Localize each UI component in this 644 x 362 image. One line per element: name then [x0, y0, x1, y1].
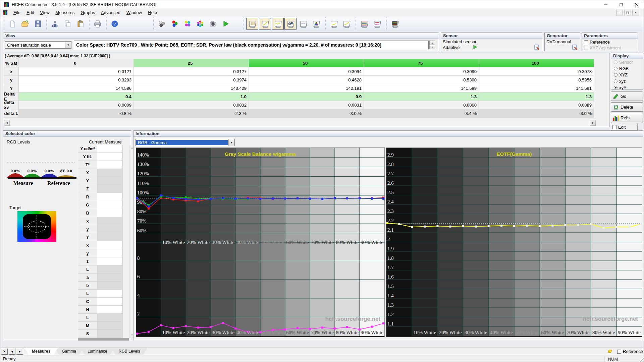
scale-selector[interactable]: Green saturation scale ▼: [5, 41, 71, 49]
measure-secondaries-button[interactable]: [181, 18, 194, 30]
svg-text:140%: 140%: [137, 152, 149, 158]
delete-icon: [612, 104, 619, 110]
help-button[interactable]: ?: [109, 18, 121, 30]
svg-text:0.0%: 0.0%: [44, 168, 54, 173]
minimize-button[interactable]: [598, 0, 613, 9]
measure-colorchecker-button[interactable]: [194, 18, 206, 30]
current-measure-label: B: [78, 209, 97, 217]
refs-button[interactable]: Refs: [611, 113, 643, 122]
current-measure-value: [97, 249, 123, 257]
mdi-restore-button[interactable]: [624, 10, 631, 15]
table-cell: -3.4 %: [364, 109, 479, 118]
chevron-down-icon[interactable]: ▼: [228, 139, 234, 146]
close-button[interactable]: [629, 0, 644, 9]
resize-grip[interactable]: [639, 357, 644, 362]
current-measure-row: H: [78, 306, 129, 314]
mdi-close-button[interactable]: ✕: [632, 10, 639, 15]
open-file-button[interactable]: [19, 18, 31, 30]
spinner-up-icon[interactable]: ▲: [429, 41, 435, 45]
table-cell: 0.0089: [479, 101, 594, 109]
measure-label: Measure: [5, 180, 41, 186]
svg-text:2.5: 2.5: [387, 190, 394, 195]
view-saturation-shift-button[interactable]: [371, 18, 383, 30]
current-measure-label: x: [78, 241, 97, 249]
menu-advanced[interactable]: Advanced: [98, 9, 123, 16]
scroll-left-icon[interactable]: ◀: [4, 120, 10, 126]
svg-text:2.6: 2.6: [387, 180, 394, 186]
menu-file[interactable]: File: [10, 9, 23, 16]
cut-button[interactable]: [49, 18, 61, 30]
measure-grayscale-button[interactable]: [156, 18, 168, 30]
menu-measures[interactable]: Measures: [52, 9, 77, 16]
print-button[interactable]: [92, 18, 104, 30]
tab-rgb-levels[interactable]: RGB Levels: [111, 348, 148, 355]
menu-view[interactable]: View: [37, 9, 52, 16]
display-mode-xyz[interactable]: xyz: [611, 78, 643, 84]
measure-info-field: Color Space: HDTV Rec709 , White Point: …: [74, 41, 429, 49]
tab-close-button[interactable]: ✕: [1, 348, 8, 355]
sensor-configure-icon[interactable]: [534, 44, 540, 51]
generator-configure-icon[interactable]: [572, 44, 578, 51]
current-measure-value: [97, 274, 123, 282]
display-mode-xyy[interactable]: xyY: [611, 84, 643, 91]
paste-button[interactable]: [74, 18, 87, 30]
new-file-button[interactable]: [6, 18, 18, 30]
radio-icon[interactable]: [614, 79, 618, 83]
radio-icon[interactable]: [614, 67, 618, 70]
view-luminance-button[interactable]: [272, 18, 284, 30]
save-file-button[interactable]: [32, 18, 44, 30]
view-gamma-button[interactable]: [259, 18, 271, 30]
delete-button[interactable]: Delete: [611, 102, 643, 112]
measure-count-spinner[interactable]: ▲ ▼: [429, 41, 435, 49]
current-measure-value: [97, 193, 123, 201]
measure-capture-button[interactable]: [207, 18, 219, 30]
menu-edit[interactable]: Edit: [23, 9, 37, 16]
view-rgb-levels-button[interactable]: [284, 18, 297, 30]
display-mode-rgb[interactable]: RGB: [611, 65, 643, 72]
sensor-run-icon[interactable]: [473, 45, 478, 50]
radio-icon[interactable]: [614, 73, 618, 77]
view-cie-diagram-button[interactable]: [310, 18, 322, 30]
svg-text:hcfr.sourceforge.net: hcfr.sourceforge.net: [325, 316, 381, 322]
tab-gamma[interactable]: Gamma: [54, 348, 84, 355]
svg-text:6: 6: [137, 274, 140, 279]
tab-luminance[interactable]: Luminance: [80, 348, 115, 355]
chevron-down-icon[interactable]: ▼: [65, 42, 71, 48]
bottom-reference-checkbox[interactable]: Reference: [617, 349, 643, 354]
view-line-chart-button[interactable]: [297, 18, 309, 30]
view-luminance-secondary-button[interactable]: [340, 18, 353, 30]
scroll-right-icon[interactable]: ▶: [590, 120, 596, 126]
menu-help[interactable]: Help: [145, 9, 160, 16]
tab-next-button[interactable]: ▸: [16, 348, 23, 355]
edit-checkbox[interactable]: Edit: [611, 124, 638, 130]
view-measures-button[interactable]: [246, 18, 258, 30]
svg-text:1.4: 1.4: [387, 293, 394, 298]
spinner-down-icon[interactable]: ▼: [429, 45, 435, 49]
view-free-measures-button[interactable]: [389, 18, 401, 30]
svg-text:1.1: 1.1: [387, 321, 394, 326]
measures-table-scrollbar[interactable]: ◀ ▶: [4, 120, 596, 126]
parameters-panel-title: Parameters: [582, 33, 638, 39]
table-cell: 0.3090: [364, 67, 479, 76]
view-history-button[interactable]: [358, 18, 370, 30]
measure-run-button[interactable]: [220, 18, 232, 30]
checkbox-icon[interactable]: [584, 40, 588, 44]
go-button[interactable]: Go: [611, 92, 643, 101]
display-mode-xyz[interactable]: XYZ: [611, 72, 643, 78]
svg-text:hcfr.sourceforge.net: hcfr.sourceforge.net: [583, 316, 638, 322]
menu-graphs[interactable]: Graphs: [77, 9, 98, 16]
tab-measures[interactable]: Measures: [24, 348, 58, 355]
maximize-button[interactable]: [613, 0, 629, 9]
menu-window[interactable]: Window: [123, 9, 145, 16]
tab-prev-button[interactable]: ◂: [9, 348, 15, 355]
measure-primaries-button[interactable]: [169, 18, 181, 30]
copy-button[interactable]: [62, 18, 74, 30]
view-gamma-secondary-button[interactable]: [328, 18, 340, 30]
current-measure-label: R: [78, 193, 97, 201]
checkbox-icon[interactable]: [612, 125, 616, 129]
reference-checkbox[interactable]: Reference: [584, 40, 610, 45]
mdi-minimize-button[interactable]: —: [616, 10, 623, 15]
radio-icon[interactable]: [614, 86, 618, 89]
chart-type-selector[interactable]: RGB - Gamma ▼: [136, 139, 235, 146]
checkbox-icon[interactable]: [617, 350, 621, 354]
